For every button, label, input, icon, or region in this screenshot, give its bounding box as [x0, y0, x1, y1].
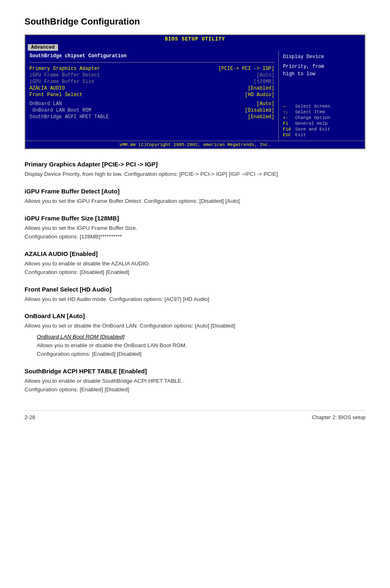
doc-section-igpu-size: iGPU Frame Buffer Size [128MB] Allows yo… [25, 215, 365, 241]
bios-section-header: SouthBridge chipset Configuration [29, 53, 274, 59]
bios-row-igpu-size[interactable]: iGPU Frame Buffer Size [128MB] [29, 79, 274, 85]
page-title: SouthBridge Configuration [25, 16, 365, 27]
bios-screen: BIOS SETUP UTILITY Advanced SouthBridge … [25, 34, 365, 149]
footer-left: 2-28 [25, 414, 35, 420]
bios-group-onboard: OnBoard LAN [Auto] OnBoard LAN Boot ROM … [29, 101, 274, 120]
page-footer: 2-28 Chapter 2: BIOS setup [25, 411, 365, 420]
doc-section-body-primary-graphics: Display Device Priority, from high to lo… [25, 170, 365, 179]
doc-subsection-title-onboard-lan-boot: OnBoard LAN Boot ROM [Disabled] [37, 334, 365, 340]
bios-help-area: Display Device Priority, fromhigh to low [283, 53, 361, 80]
bios-keys: ↔ Select Screen ↑↓ Select Item +- Change… [283, 104, 361, 138]
doc-section-body-acpi-hpet: Allows you to enable or disable SouthBri… [25, 377, 365, 394]
doc-section-acpi-hpet: SouthBridge ACPI HPET TABLE [Enabled] Al… [25, 368, 365, 394]
doc-section-front-panel: Front Panel Select [HD Audio] Allows you… [25, 286, 365, 304]
doc-subsection-onboard-lan-boot: OnBoard LAN Boot ROM [Disabled] Allows y… [37, 334, 365, 359]
doc-section-title-azalia: AZALIA AUDIO [Enabled] [25, 250, 365, 257]
doc-section-body-igpu-detect: Allows you to set the iGPU Frame Buffer … [25, 197, 365, 206]
doc-section-primary-graphics: Primary Graphics Adapter [PCIE-> PCI -> … [25, 161, 365, 179]
bios-row-azalia[interactable]: AZALIA AUDIO [Enabled] [29, 85, 274, 91]
bios-help-body: Priority, fromhigh to low [283, 63, 361, 78]
bios-row-onboard-lan-boot[interactable]: OnBoard LAN Boot ROM [Disabled] [29, 108, 274, 113]
bios-right-panel: Display Device Priority, fromhigh to low… [279, 51, 365, 141]
bios-group-graphics: Primary Graphics Adapter [PCIE-> PCI -> … [29, 66, 274, 98]
bios-help-title: Display Device [283, 53, 361, 61]
doc-section-igpu-detect: iGPU Frame Buffer Detect [Auto] Allows y… [25, 188, 365, 206]
doc-subsection-body-onboard-lan-boot: Allows you to enable or disable the OnBo… [37, 341, 365, 359]
bios-row-acpi-hpet[interactable]: SouthBridge ACPI HPET TABLE [Enabled] [29, 114, 274, 120]
bios-left-panel: SouthBridge chipset Configuration Primar… [25, 51, 279, 141]
bios-key-esc: ESC Exit [283, 132, 361, 137]
doc-section-body-azalia: Allows you to enable or disable the AZAL… [25, 260, 365, 277]
bios-tab-bar: Advanced [25, 43, 365, 51]
doc-section-body-front-panel: Allows you to set HD Audio mode. Configu… [25, 295, 365, 304]
bios-row-front-panel[interactable]: Front Panel Select [HD Audio] [29, 92, 274, 98]
doc-section-body-onboard-lan: Allows you to set or disable the OnBoard… [25, 322, 365, 330]
doc-section-title-front-panel: Front Panel Select [HD Audio] [25, 286, 365, 293]
bios-row-primary-graphics[interactable]: Primary Graphics Adapter [PCIE-> PCI -> … [29, 66, 274, 72]
bios-divider [29, 62, 274, 63]
bios-key-arrows: ↔ Select Screen [283, 104, 361, 109]
bios-key-updown: ↑↓ Select Item [283, 110, 361, 114]
doc-section-title-primary-graphics: Primary Graphics Adapter [PCIE-> PCI -> … [25, 161, 365, 168]
bios-key-f1: F1 General Help [283, 121, 361, 126]
bios-key-plusminus: +- Change Option [283, 115, 361, 120]
bios-tab-advanced[interactable]: Advanced [28, 44, 58, 51]
bios-key-f10: F10 Save and Exit [283, 127, 361, 132]
bios-footer: vMM.mm (C)Copyright 1985-2002, American … [25, 141, 365, 148]
doc-section-title-igpu-detect: iGPU Frame Buffer Detect [Auto] [25, 188, 365, 195]
doc-section-onboard-lan: OnBoard LAN [Auto] Allows you to set or … [25, 312, 365, 359]
bios-title-bar: BIOS SETUP UTILITY [25, 35, 365, 43]
bios-row-igpu-detect[interactable]: iGPU Frame Buffer Detect [Auto] [29, 72, 274, 78]
bios-body: SouthBridge chipset Configuration Primar… [25, 51, 365, 141]
bios-row-onboard-lan[interactable]: OnBoard LAN [Auto] [29, 101, 274, 107]
doc-section-title-acpi-hpet: SouthBridge ACPI HPET TABLE [Enabled] [25, 368, 365, 375]
doc-section-title-onboard-lan: OnBoard LAN [Auto] [25, 312, 365, 319]
doc-section-title-igpu-size: iGPU Frame Buffer Size [128MB] [25, 215, 365, 222]
doc-section-azalia: AZALIA AUDIO [Enabled] Allows you to ena… [25, 250, 365, 277]
doc-section-body-igpu-size: Allows you to set the iGPU Frame Buffer … [25, 224, 365, 241]
footer-right: Chapter 2: BIOS setup [312, 414, 365, 420]
